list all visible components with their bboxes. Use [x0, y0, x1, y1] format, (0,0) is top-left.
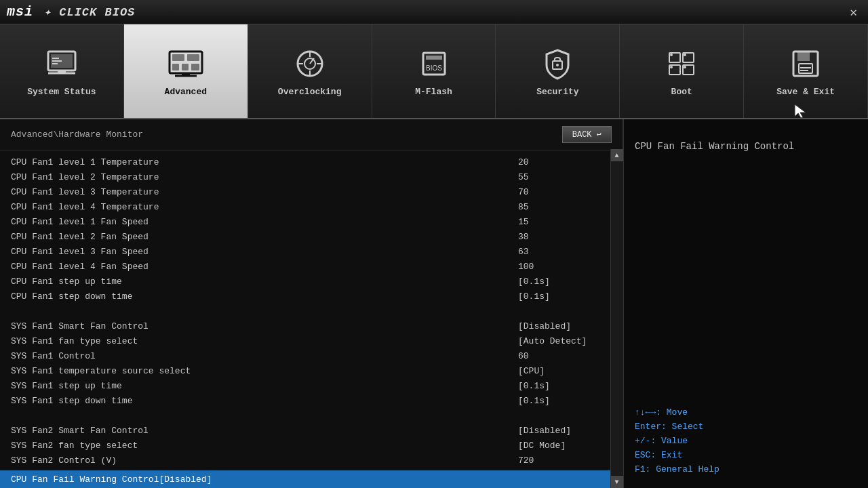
key-move: ↑↓←→: Move	[635, 407, 857, 418]
list-item[interactable]: CPU Fan1 level 1 Temperature 20	[0, 155, 610, 169]
nav-overclocking-label: Overclocking	[278, 87, 342, 97]
product-name: ✦ CLICK BIOS	[44, 6, 135, 19]
advanced-icon	[168, 46, 203, 81]
list-item-spacer	[0, 304, 610, 319]
list-item[interactable]: SYS Fan1 Control 60	[0, 348, 610, 363]
settings-list: CPU Fan1 level 1 Temperature 20 CPU Fan1…	[0, 150, 623, 488]
svg-point-31	[670, 54, 673, 56]
nav-security-label: Security	[536, 87, 578, 97]
key-help-general: F1: General Help	[635, 464, 857, 474]
svg-rect-3	[58, 70, 66, 73]
list-item[interactable]: CPU Fan1 level 2 Fan Speed 38	[0, 229, 610, 244]
nav-m-flash[interactable]: BIOS M-Flash	[372, 24, 496, 118]
scrollbar[interactable]: ▲ ▼	[610, 149, 623, 488]
back-button[interactable]: BACK ↩	[562, 126, 612, 143]
key-select: Enter: Select	[635, 422, 857, 432]
key-exit: ESC: Exit	[635, 450, 857, 460]
list-item[interactable]: SYS Fan1 fan type select [Auto Detect]	[0, 333, 610, 348]
svg-rect-14	[182, 73, 190, 76]
svg-point-32	[684, 54, 686, 56]
list-item[interactable]: CPU Fan1 level 4 Temperature 85	[0, 199, 610, 214]
svg-rect-8	[172, 54, 184, 61]
nav-m-flash-label: M-Flash	[415, 87, 452, 97]
list-item[interactable]: CPU Fan1 level 3 Temperature 70	[0, 184, 610, 199]
nav-boot[interactable]: Boot	[620, 24, 744, 118]
svg-point-34	[684, 66, 686, 68]
nav-boot-label: Boot	[671, 87, 692, 97]
key-value: +/-: Value	[635, 436, 857, 446]
list-item[interactable]: SYS Fan1 Smart Fan Control [Disabled]	[0, 319, 610, 333]
svg-point-26	[556, 64, 559, 66]
boot-icon	[664, 46, 699, 81]
list-item[interactable]: SYS Fan1 step up time [0.1s]	[0, 378, 610, 393]
breadcrumb-bar: Advanced\Hardware Monitor BACK ↩	[0, 119, 623, 150]
list-item[interactable]: SYS Fan1 step down time [0.1s]	[0, 393, 610, 408]
list-item[interactable]: SYS Fan2 Smart Fan Control [Disabled]	[0, 423, 610, 438]
nav-system-status[interactable]: System Status	[0, 24, 124, 118]
system-status-icon	[44, 46, 79, 81]
svg-rect-12	[191, 64, 199, 70]
list-item[interactable]: CPU Fan1 level 2 Temperature 55	[0, 169, 610, 184]
list-item-spacer	[0, 408, 610, 423]
nav-save-exit-label: Save & Exit	[776, 87, 835, 97]
msi-text: msi	[7, 4, 33, 20]
nav-system-status-label: System Status	[27, 87, 96, 97]
overclocking-icon	[292, 46, 328, 81]
svg-rect-36	[797, 52, 810, 61]
highlighted-setting-name: CPU Fan Fail Warning Control	[11, 474, 159, 485]
list-item[interactable]: SYS Fan2 fan type select [DC Mode]	[0, 438, 610, 453]
scroll-down-button[interactable]: ▼	[611, 476, 623, 488]
svg-rect-23	[426, 56, 442, 60]
list-item[interactable]: SYS Fan1 temperature source select [CPU]	[0, 363, 610, 378]
security-icon	[540, 46, 575, 81]
left-panel: Advanced\Hardware Monitor BACK ↩ CPU Fan…	[0, 119, 624, 488]
nav-advanced[interactable]: Advanced	[124, 24, 248, 118]
content-area: Advanced\Hardware Monitor BACK ↩ CPU Fan…	[0, 119, 868, 488]
svg-rect-10	[172, 64, 179, 70]
nav-save-exit[interactable]: Save & Exit	[744, 24, 868, 118]
svg-text:BIOS: BIOS	[426, 64, 442, 72]
list-item[interactable]: SYS Fan2 Control (V) 720	[0, 453, 610, 468]
svg-rect-11	[182, 64, 189, 70]
right-panel: CPU Fan Fail Warning Control ↑↓←→: Move …	[624, 119, 868, 488]
scroll-track	[611, 161, 623, 488]
list-item[interactable]: CPU Fan1 step up time [0.1s]	[0, 274, 610, 289]
list-item[interactable]: CPU Fan1 level 1 Fan Speed 15	[0, 214, 610, 229]
list-item[interactable]: CPU Fan1 level 3 Fan Speed 63	[0, 244, 610, 259]
nav-security[interactable]: Security	[496, 24, 620, 118]
nav-advanced-label: Advanced	[165, 87, 207, 97]
highlighted-setting-value: [Disabled]	[159, 474, 240, 485]
breadcrumb: Advanced\Hardware Monitor	[11, 129, 143, 140]
highlighted-row[interactable]: CPU Fan Fail Warning Control [Disabled]	[0, 470, 610, 488]
m-flash-icon: BIOS	[416, 46, 452, 81]
save-exit-icon	[788, 46, 823, 81]
app-logo: msi ✦ CLICK BIOS	[7, 4, 135, 20]
close-button[interactable]: ✕	[846, 3, 861, 21]
nav-overclocking[interactable]: Overclocking	[248, 24, 372, 118]
list-item[interactable]: CPU Fan1 level 4 Fan Speed 100	[0, 259, 610, 274]
list-item[interactable]: CPU Fan1 step down time [0.1s]	[0, 289, 610, 304]
key-help: ↑↓←→: Move Enter: Select +/-: Value ESC:…	[635, 407, 857, 474]
help-title: CPU Fan Fail Warning Control	[635, 140, 857, 154]
svg-point-33	[670, 66, 673, 68]
navbar: System Status Advanced	[0, 24, 868, 119]
scroll-up-button[interactable]: ▲	[611, 149, 623, 161]
svg-rect-9	[187, 54, 199, 61]
titlebar: msi ✦ CLICK BIOS ✕	[0, 0, 868, 24]
